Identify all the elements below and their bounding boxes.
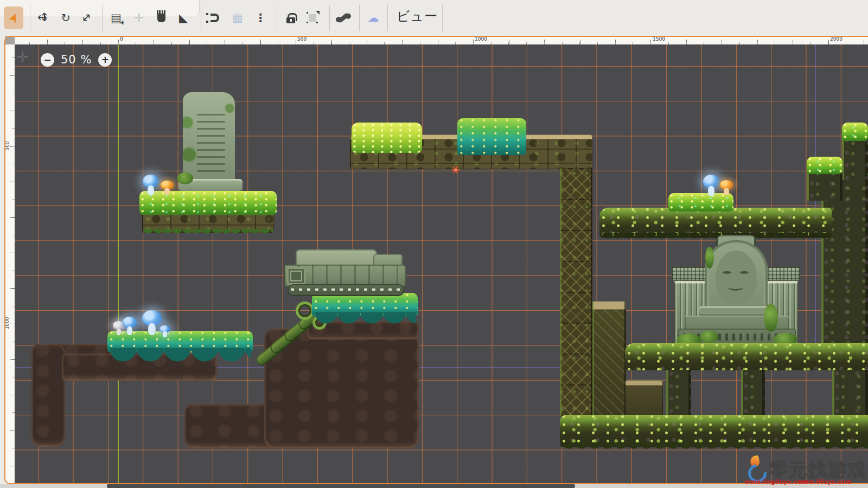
magnet-icon xyxy=(210,14,219,22)
hand-pan-button[interactable] xyxy=(151,7,171,29)
move-tool-button[interactable]: ↔ ↕ xyxy=(34,7,53,29)
mushroom-item-blue[interactable] xyxy=(703,175,719,196)
cave-rock-mass[interactable] xyxy=(264,329,419,448)
ruler-label: 0 xyxy=(120,36,123,42)
lock-button[interactable] xyxy=(281,7,301,29)
vertical-ruler: 500 1000 xyxy=(5,44,15,483)
toolbar-separator xyxy=(442,5,443,31)
scale-tool-button[interactable]: ↕ xyxy=(76,7,96,29)
toolbar: ➤ ↔ ↕ ↻ ↕ ▤ ➤ ✛ ◣ xyxy=(0,0,868,36)
rotate-icon: ↻ xyxy=(61,11,71,24)
blob-icon: ☁ xyxy=(368,11,379,24)
tank-emblem xyxy=(287,267,305,285)
level-editor-window: ➤ ↔ ↕ ↻ ↕ ▤ ➤ ✛ ◣ xyxy=(0,0,868,488)
mushroom-item-blue[interactable] xyxy=(143,175,159,195)
angle-measure-button[interactable]: ◣ xyxy=(174,7,193,29)
grass-step-lower[interactable] xyxy=(807,157,843,174)
pillar-leg[interactable] xyxy=(741,370,765,418)
lock-icon xyxy=(286,17,295,23)
ruin-column-diamond[interactable] xyxy=(560,168,592,416)
mossy-step-body xyxy=(842,137,868,180)
bone-icon xyxy=(337,12,349,23)
mushroom-item-orange[interactable] xyxy=(720,180,733,195)
teal-fringe xyxy=(315,312,416,329)
ruin-column-capped[interactable] xyxy=(592,301,626,416)
toolbar-separator xyxy=(329,5,330,31)
statue-mouth xyxy=(728,284,743,291)
toolbar-separator xyxy=(201,5,201,31)
grass-step-upper[interactable] xyxy=(842,123,868,141)
move-icon: ↔ ↕ xyxy=(37,12,49,24)
ghost-move-icon: ✛ xyxy=(17,49,29,65)
statue-shoulder xyxy=(699,306,773,316)
watermark-url-right: www.06zyx.com xyxy=(797,478,852,485)
zoom-in-button[interactable]: + xyxy=(98,53,112,67)
mushroom-stem xyxy=(724,188,729,195)
mushroom-stem xyxy=(163,331,167,337)
mossy-column-right-lower xyxy=(832,370,868,418)
bone-tool-button[interactable] xyxy=(334,7,353,29)
vertical-dots-icon: ⋮ xyxy=(255,11,266,24)
moss-fringe xyxy=(602,233,829,240)
tank-tracks xyxy=(288,284,404,296)
ruler-corner xyxy=(5,36,15,44)
grass-pad[interactable] xyxy=(668,193,733,211)
log-ring xyxy=(296,301,314,320)
toolbar-separator xyxy=(102,5,103,31)
triangle-ruler-icon: ◣ xyxy=(179,11,188,24)
scrollbar-thumb[interactable] xyxy=(107,484,575,488)
scale-icon: ↕ xyxy=(78,10,94,25)
grass-clump-teal[interactable] xyxy=(457,118,526,155)
snap-to-grid-button[interactable] xyxy=(303,7,322,29)
cave-rock-column[interactable] xyxy=(31,344,65,447)
toolbar-separator xyxy=(359,5,360,31)
scene-world: ✛ xyxy=(15,44,868,483)
ruler-label: 1500 xyxy=(653,36,665,42)
magnet-snap-button[interactable] xyxy=(205,7,225,29)
hand-icon xyxy=(157,14,165,22)
ruler-label: 1000 xyxy=(4,314,10,332)
ruler-label: 2000 xyxy=(830,36,843,42)
mushroom-item-blue[interactable] xyxy=(142,310,162,335)
view-menu-button[interactable]: ビュー xyxy=(397,8,438,25)
mushroom-stem xyxy=(148,185,154,195)
mushroom-item-orange[interactable] xyxy=(161,181,174,195)
statue-capital-left xyxy=(672,267,708,281)
moss-patch xyxy=(177,172,193,184)
rotate-tool-button[interactable]: ↻ xyxy=(56,7,75,29)
watermark-logo xyxy=(748,456,762,479)
teal-fringe xyxy=(110,348,251,372)
pillar-leg[interactable] xyxy=(666,370,691,418)
grass-platform-top[interactable] xyxy=(139,191,277,215)
toolbar-separator xyxy=(30,5,30,31)
mossy-bar-upper[interactable] xyxy=(625,343,868,370)
grass-clump-yellow[interactable] xyxy=(352,123,422,153)
moss-fringe xyxy=(143,229,273,235)
ruler-label: 500 xyxy=(4,137,10,155)
origin-axis-line xyxy=(118,44,119,483)
moss-patch xyxy=(764,304,778,332)
ruin-foot-block[interactable] xyxy=(625,380,663,416)
toolbar-separator xyxy=(387,5,388,31)
mushroom-stem xyxy=(164,188,169,195)
stamp-tool-button[interactable]: ☁ xyxy=(363,7,383,29)
zoom-control: − 50 % + xyxy=(41,52,112,68)
ruler-label: 500 xyxy=(297,36,307,42)
zoom-out-button[interactable]: − xyxy=(41,53,54,67)
snap-pick-button[interactable]: ✛ xyxy=(129,7,149,29)
snap-grid-icon xyxy=(309,14,316,22)
list-cursor-icon: ➤ xyxy=(118,19,127,27)
grid-snap-button[interactable]: ▦ xyxy=(228,7,247,29)
moss-patch xyxy=(705,247,714,268)
moss-patch xyxy=(700,331,718,343)
statue-eye-left xyxy=(723,271,731,274)
outline-select-button[interactable]: ▤ ➤ xyxy=(106,7,126,29)
mushroom-item-blue[interactable] xyxy=(159,325,170,337)
select-tool-button[interactable]: ➤ xyxy=(4,7,23,29)
grid-icon: ▦ xyxy=(232,11,243,24)
scene-canvas[interactable]: ✛ xyxy=(15,44,868,483)
mushroom-item-blue[interactable] xyxy=(123,317,137,335)
more-options-button[interactable]: ⋮ xyxy=(251,7,270,29)
ruler-label: 1000 xyxy=(475,36,487,42)
select-cursor-icon: ➤ xyxy=(5,10,22,25)
